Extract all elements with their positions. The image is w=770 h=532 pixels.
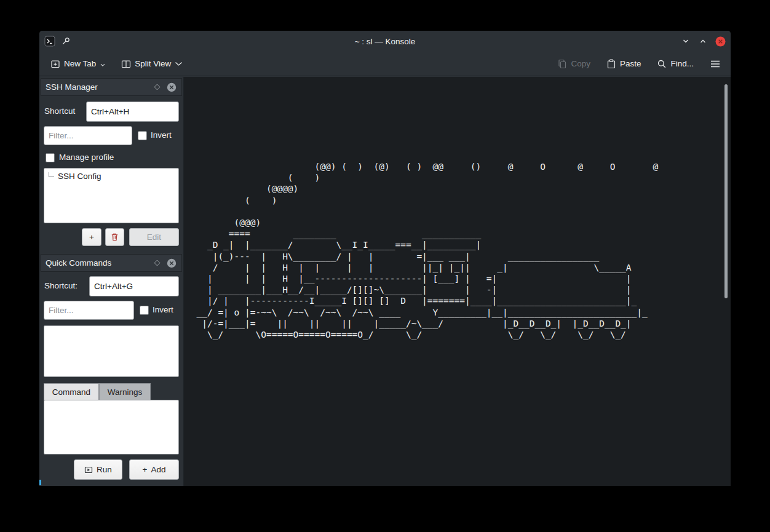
tree-branch-icon	[49, 172, 54, 177]
add-command-button[interactable]: + Add	[129, 459, 179, 480]
konsole-window: ~ : sl — Konsole	[39, 31, 731, 486]
find-button[interactable]: Find...	[657, 59, 694, 69]
delete-profile-button[interactable]	[105, 228, 124, 246]
pin-icon[interactable]	[61, 36, 71, 46]
trash-icon	[110, 232, 119, 242]
add-profile-button[interactable]: +	[82, 228, 101, 246]
float-panel-button[interactable]	[151, 82, 162, 93]
paste-button[interactable]: Paste	[606, 59, 641, 69]
sidebar: SSH Manager Sho	[39, 77, 184, 486]
desktop-background: ~ : sl — Konsole	[0, 0, 770, 532]
manage-profile-checkbox[interactable]	[46, 153, 55, 162]
search-icon	[657, 59, 667, 69]
window-content: SSH Manager Sho	[39, 77, 731, 486]
quick-commands-panel-header: Quick Commands	[41, 254, 182, 272]
chevron-up-icon	[699, 37, 707, 46]
manage-profile-label: Manage profile	[59, 153, 114, 162]
edit-profile-button[interactable]: Edit	[129, 228, 179, 246]
ssh-shortcut-input[interactable]	[86, 101, 179, 122]
tab-command[interactable]: Command	[44, 383, 99, 400]
konsole-app-icon[interactable]	[44, 36, 55, 47]
find-label: Find...	[670, 59, 694, 68]
shortcut-label: Shortcut:	[44, 281, 77, 290]
float-panel-button[interactable]	[151, 258, 162, 269]
maximize-button[interactable]	[697, 36, 708, 47]
quick-commands-title: Quick Commands	[46, 258, 111, 268]
hamburger-icon	[710, 60, 721, 68]
minimize-button[interactable]	[680, 36, 691, 47]
chevron-down-icon	[681, 37, 690, 46]
paste-label: Paste	[620, 59, 641, 68]
qc-shortcut-input[interactable]	[89, 276, 179, 296]
menu-arrow-icon	[100, 63, 105, 67]
split-view-icon	[121, 59, 131, 69]
run-button[interactable]: Run	[74, 459, 122, 480]
close-button[interactable]	[715, 36, 726, 47]
quick-commands-list[interactable]	[44, 325, 179, 377]
paste-icon	[606, 59, 616, 69]
close-panel-button[interactable]	[166, 82, 177, 93]
plus-icon: +	[89, 232, 94, 242]
new-tab-button[interactable]: New Tab	[50, 59, 105, 69]
tab-warnings[interactable]: Warnings	[99, 383, 151, 400]
split-view-label: Split View	[135, 59, 171, 68]
ssh-filter-input[interactable]	[44, 126, 132, 145]
invert-label: Invert	[153, 305, 173, 314]
toolbar: New Tab Split View	[39, 52, 731, 76]
new-tab-icon	[50, 59, 60, 69]
invert-checkbox[interactable]	[140, 306, 149, 315]
ssh-manager-title: SSH Manager	[46, 82, 98, 92]
copy-button[interactable]: Copy	[557, 59, 590, 69]
shortcut-label: Shortcut	[44, 106, 75, 116]
ssh-manager-panel-header: SSH Manager	[41, 78, 182, 96]
add-label: Add	[151, 465, 165, 474]
invert-label: Invert	[151, 130, 172, 140]
run-icon	[84, 466, 93, 474]
float-icon	[153, 83, 161, 91]
tree-item-label: SSH Config	[58, 172, 101, 181]
terminal-output: (@@) ( ) (@) ( ) @@ () @ O @ O @ ( ) (@@…	[186, 161, 658, 340]
terminal-area[interactable]: (@@) ( ) (@) ( ) @@ () @ O @ O @ ( ) (@@…	[184, 77, 731, 486]
new-tab-label: New Tab	[64, 59, 96, 68]
terminal-scrollbar[interactable]	[724, 84, 728, 298]
close-icon	[715, 36, 726, 47]
float-icon	[153, 259, 161, 267]
close-icon	[167, 258, 177, 268]
invert-checkbox[interactable]	[138, 131, 147, 140]
close-panel-button[interactable]	[166, 258, 177, 269]
copy-label: Copy	[571, 59, 590, 68]
tree-item-ssh-config[interactable]: SSH Config	[44, 169, 178, 181]
split-view-button[interactable]: Split View	[121, 59, 183, 69]
plus-icon: +	[143, 465, 148, 474]
run-label: Run	[97, 465, 112, 474]
ssh-profile-list[interactable]: SSH Config	[44, 168, 179, 223]
command-editor[interactable]	[44, 400, 179, 455]
hamburger-menu-button[interactable]	[710, 60, 721, 68]
copy-icon	[557, 59, 567, 69]
close-icon	[167, 82, 177, 92]
titlebar[interactable]: ~ : sl — Konsole	[39, 31, 731, 52]
chevron-down-icon	[175, 62, 183, 66]
qc-filter-input[interactable]	[44, 301, 134, 320]
window-title: ~ : sl — Konsole	[39, 37, 731, 46]
focus-indicator	[39, 480, 41, 485]
